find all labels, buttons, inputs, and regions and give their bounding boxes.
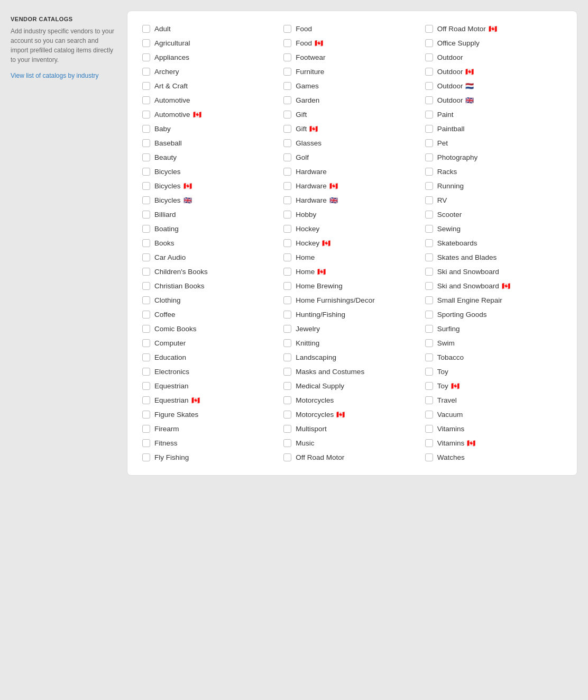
catalog-item[interactable]: Computer (140, 336, 281, 350)
catalog-checkbox[interactable] (425, 196, 433, 204)
catalog-item[interactable]: Automotive🇨🇦 (140, 107, 281, 122)
catalog-item[interactable]: Home🇨🇦 (281, 265, 422, 279)
catalog-checkbox[interactable] (283, 296, 291, 304)
catalog-checkbox[interactable] (283, 111, 291, 119)
catalog-item[interactable]: Paint (423, 107, 564, 122)
catalog-item[interactable]: Toy (423, 365, 564, 379)
catalog-item[interactable]: Garden (281, 93, 422, 107)
catalog-checkbox[interactable] (425, 253, 433, 261)
catalog-item[interactable]: Swim (423, 336, 564, 350)
catalog-checkbox[interactable] (425, 182, 433, 190)
catalog-item[interactable]: Glasses (281, 136, 422, 150)
catalog-checkbox[interactable] (142, 82, 150, 90)
catalog-checkbox[interactable] (425, 296, 433, 304)
catalog-item[interactable]: Off Road Motor🇨🇦 (423, 22, 564, 36)
catalog-item[interactable]: Coffee (140, 307, 281, 322)
catalog-item[interactable]: Hardware🇨🇦 (281, 179, 422, 193)
catalog-item[interactable]: Surfing (423, 322, 564, 336)
catalog-item[interactable]: Baseball (140, 136, 281, 150)
catalog-item[interactable]: Sporting Goods (423, 307, 564, 322)
catalog-item[interactable]: Hardware🇬🇧 (281, 193, 422, 207)
catalog-item[interactable]: Outdoor🇬🇧 (423, 93, 564, 107)
catalog-checkbox[interactable] (283, 239, 291, 247)
catalog-item[interactable]: Education (140, 350, 281, 365)
catalog-item[interactable]: Children's Books (140, 265, 281, 279)
catalog-item[interactable]: Fitness (140, 436, 281, 450)
catalog-item[interactable]: Equestrian🇨🇦 (140, 393, 281, 407)
catalog-item[interactable]: Firearm (140, 422, 281, 436)
catalog-item[interactable]: Pet (423, 136, 564, 150)
catalog-checkbox[interactable] (142, 139, 150, 147)
catalog-item[interactable]: Skates and Blades (423, 250, 564, 265)
catalog-checkbox[interactable] (142, 68, 150, 76)
catalog-item[interactable]: Hockey (281, 222, 422, 236)
catalog-item[interactable]: Hunting/Fishing (281, 307, 422, 322)
catalog-item[interactable]: Comic Books (140, 322, 281, 336)
catalog-checkbox[interactable] (283, 168, 291, 176)
catalog-item[interactable]: Outdoor (423, 50, 564, 65)
catalog-item[interactable]: Bicycles (140, 165, 281, 179)
catalog-checkbox[interactable] (142, 268, 150, 276)
catalog-checkbox[interactable] (283, 268, 291, 276)
catalog-checkbox[interactable] (142, 325, 150, 333)
catalog-checkbox[interactable] (142, 225, 150, 233)
catalog-item[interactable]: Vitamins (423, 422, 564, 436)
catalog-item[interactable]: Motorcycles (281, 393, 422, 407)
catalog-checkbox[interactable] (142, 25, 150, 33)
catalog-item[interactable]: Furniture (281, 65, 422, 79)
catalog-checkbox[interactable] (283, 211, 291, 219)
catalog-checkbox[interactable] (425, 111, 433, 119)
catalog-item[interactable]: Books (140, 236, 281, 250)
catalog-checkbox[interactable] (283, 253, 291, 261)
catalog-checkbox[interactable] (142, 253, 150, 261)
catalog-item[interactable]: Music (281, 436, 422, 450)
catalog-item[interactable]: Ski and Snowboard (423, 265, 564, 279)
catalog-checkbox[interactable] (142, 153, 150, 161)
catalog-checkbox[interactable] (425, 25, 433, 33)
catalog-item[interactable]: Figure Skates (140, 407, 281, 422)
catalog-checkbox[interactable] (425, 439, 433, 447)
catalog-checkbox[interactable] (142, 96, 150, 104)
catalog-checkbox[interactable] (425, 411, 433, 419)
catalog-item[interactable]: Off Road Motor (281, 450, 422, 465)
catalog-checkbox[interactable] (283, 82, 291, 90)
catalog-item[interactable]: Knitting (281, 336, 422, 350)
catalog-checkbox[interactable] (425, 353, 433, 361)
catalog-checkbox[interactable] (425, 382, 433, 390)
catalog-item[interactable]: Tobacco (423, 350, 564, 365)
catalog-checkbox[interactable] (283, 68, 291, 76)
catalog-item[interactable]: Motorcycles🇨🇦 (281, 407, 422, 422)
catalog-checkbox[interactable] (142, 439, 150, 447)
catalog-item[interactable]: Multisport (281, 422, 422, 436)
catalog-item[interactable]: Christian Books (140, 279, 281, 293)
catalog-checkbox[interactable] (425, 96, 433, 104)
catalog-item[interactable]: Watches (423, 450, 564, 465)
catalog-checkbox[interactable] (142, 53, 150, 61)
catalog-item[interactable]: Scooter (423, 207, 564, 222)
catalog-item[interactable]: Small Engine Repair (423, 293, 564, 307)
catalog-checkbox[interactable] (283, 39, 291, 47)
catalog-item[interactable]: Food (281, 22, 422, 36)
catalog-item[interactable]: Gift (281, 107, 422, 122)
catalog-checkbox[interactable] (425, 82, 433, 90)
catalog-checkbox[interactable] (283, 339, 291, 347)
catalog-checkbox[interactable] (283, 225, 291, 233)
catalog-item[interactable]: Toy🇨🇦 (423, 379, 564, 393)
catalog-item[interactable]: Automotive (140, 93, 281, 107)
catalog-checkbox[interactable] (142, 339, 150, 347)
catalog-checkbox[interactable] (283, 282, 291, 290)
catalog-item[interactable]: Electronics (140, 365, 281, 379)
catalog-item[interactable]: Billiard (140, 207, 281, 222)
catalog-checkbox[interactable] (425, 153, 433, 161)
catalog-item[interactable]: Bicycles🇬🇧 (140, 193, 281, 207)
catalog-item[interactable]: Ski and Snowboard🇨🇦 (423, 279, 564, 293)
catalog-checkbox[interactable] (425, 282, 433, 290)
catalog-checkbox[interactable] (425, 311, 433, 319)
catalog-item[interactable]: Medical Supply (281, 379, 422, 393)
catalog-checkbox[interactable] (425, 396, 433, 404)
catalog-item[interactable]: Gift🇨🇦 (281, 122, 422, 136)
catalog-checkbox[interactable] (142, 182, 150, 190)
catalog-item[interactable]: Agricultural (140, 36, 281, 50)
catalog-item[interactable]: Home (281, 250, 422, 265)
catalog-checkbox[interactable] (425, 239, 433, 247)
